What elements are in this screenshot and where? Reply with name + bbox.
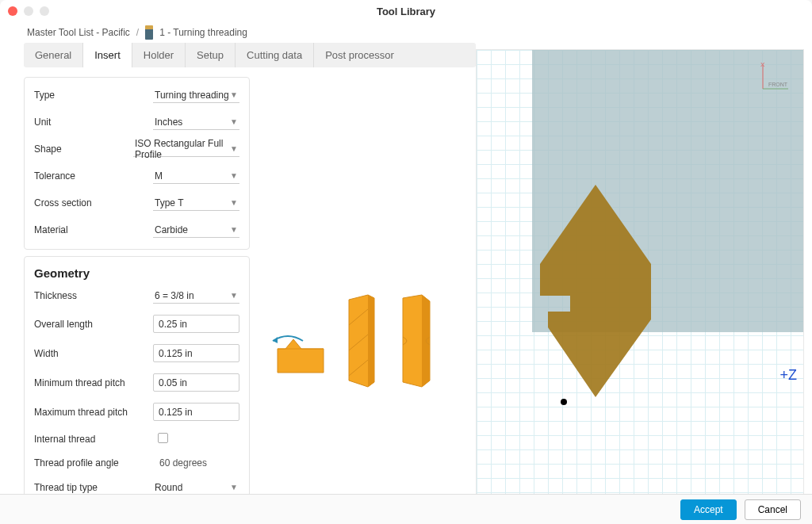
- thickness-label: Thickness: [34, 290, 153, 301]
- max-pitch-label: Maximum thread pitch: [34, 407, 153, 418]
- unit-label: Unit: [34, 117, 153, 128]
- geometry-panel: Geometry Thickness 6 = 3/8 in ▼ Overall …: [24, 256, 250, 524]
- cross-section-value: Type T: [155, 197, 183, 208]
- axis-z-label: +Z: [779, 367, 797, 384]
- insert-diagram-side: [343, 293, 381, 388]
- insert-properties-panel: Type Turning threading ▼ Unit Inches ▼: [24, 77, 250, 250]
- chevron-down-icon: ▼: [230, 171, 238, 180]
- min-pitch-label: Minimum thread pitch: [34, 377, 153, 388]
- tip-type-dropdown[interactable]: Round ▼: [153, 480, 239, 495]
- preview-viewport[interactable]: X FRONT +Z 1/64 in: [476, 49, 804, 524]
- chevron-down-icon: ▼: [230, 117, 238, 126]
- material-dropdown[interactable]: Carbide ▼: [153, 222, 239, 238]
- type-value: Turning threading: [155, 90, 229, 101]
- material-value: Carbide: [155, 224, 188, 235]
- tolerance-label: Tolerance: [34, 170, 153, 182]
- internal-thread-checkbox[interactable]: [158, 433, 168, 443]
- axes-indicator: X FRONT: [760, 61, 792, 94]
- breadcrumb-separator: /: [136, 27, 139, 38]
- cross-section-dropdown[interactable]: Type T ▼: [153, 195, 239, 211]
- geometry-title: Geometry: [34, 266, 239, 280]
- overall-length-label: Overall length: [34, 319, 153, 330]
- chevron-down-icon: ▼: [230, 291, 238, 300]
- breadcrumb-root[interactable]: Master Tool List - Pacific: [27, 27, 130, 38]
- breadcrumb-current: 1 - Turning threading: [159, 27, 247, 38]
- shape-dropdown[interactable]: ISO Rectangular Full Profile ▼: [133, 141, 239, 157]
- type-label: Type: [34, 90, 153, 101]
- tab-general[interactable]: General: [24, 43, 83, 67]
- svg-marker-1: [278, 339, 324, 373]
- min-pitch-input[interactable]: 0.05 in: [153, 373, 239, 392]
- shape-value: ISO Rectangular Full Profile: [135, 138, 230, 160]
- overall-length-input[interactable]: 0.25 in: [153, 315, 239, 333]
- tip-type-value: Round: [155, 482, 182, 493]
- chevron-down-icon: ▼: [230, 144, 238, 153]
- unit-dropdown[interactable]: Inches ▼: [153, 114, 239, 130]
- axis-x-label: X: [760, 61, 765, 68]
- type-dropdown[interactable]: Turning threading ▼: [153, 87, 239, 103]
- origin-marker: [561, 399, 567, 405]
- chevron-down-icon: ▼: [230, 90, 238, 99]
- tab-holder[interactable]: Holder: [132, 43, 186, 67]
- width-input[interactable]: 0.125 in: [153, 344, 239, 362]
- internal-thread-label: Internal thread: [34, 434, 153, 445]
- tabs: General Insert Holder Setup Cutting data…: [24, 43, 476, 67]
- width-label: Width: [34, 348, 153, 359]
- cancel-button[interactable]: Cancel: [745, 499, 801, 520]
- cross-section-label: Cross section: [34, 197, 153, 208]
- thickness-value: 6 = 3/8 in: [155, 290, 194, 301]
- tip-type-label: Thread tip type: [34, 482, 153, 493]
- breadcrumb: Master Tool List - Pacific / 1 - Turning…: [0, 22, 812, 43]
- accept-button[interactable]: Accept: [680, 499, 737, 520]
- tool-icon: [145, 25, 153, 40]
- chevron-down-icon: ▼: [230, 483, 238, 491]
- insert-diagram-group: [262, 293, 436, 388]
- tab-cutting-data[interactable]: Cutting data: [236, 43, 314, 67]
- svg-marker-7: [540, 185, 651, 397]
- insert-diagram-top: [262, 317, 325, 388]
- chevron-down-icon: ▼: [230, 225, 238, 234]
- svg-marker-4: [368, 295, 374, 387]
- tab-post-processor[interactable]: Post processor: [314, 43, 405, 67]
- axis-front-label: FRONT: [768, 82, 788, 87]
- unit-value: Inches: [155, 117, 182, 128]
- window-title: Tool Library: [0, 6, 812, 17]
- profile-angle-label: Thread profile angle: [34, 457, 153, 469]
- max-pitch-input[interactable]: 0.125 in: [153, 403, 239, 421]
- profile-angle-value: 60 degrees: [153, 457, 239, 469]
- tool-silhouette: [540, 185, 651, 407]
- tab-setup[interactable]: Setup: [186, 43, 236, 67]
- insert-diagram-end: [398, 293, 436, 388]
- tab-insert[interactable]: Insert: [83, 43, 132, 67]
- tolerance-value: M: [155, 170, 163, 182]
- material-label: Material: [34, 224, 153, 235]
- chevron-down-icon: ▼: [230, 198, 238, 207]
- thickness-dropdown[interactable]: 6 = 3/8 in ▼: [153, 288, 239, 304]
- tolerance-dropdown[interactable]: M ▼: [153, 168, 239, 184]
